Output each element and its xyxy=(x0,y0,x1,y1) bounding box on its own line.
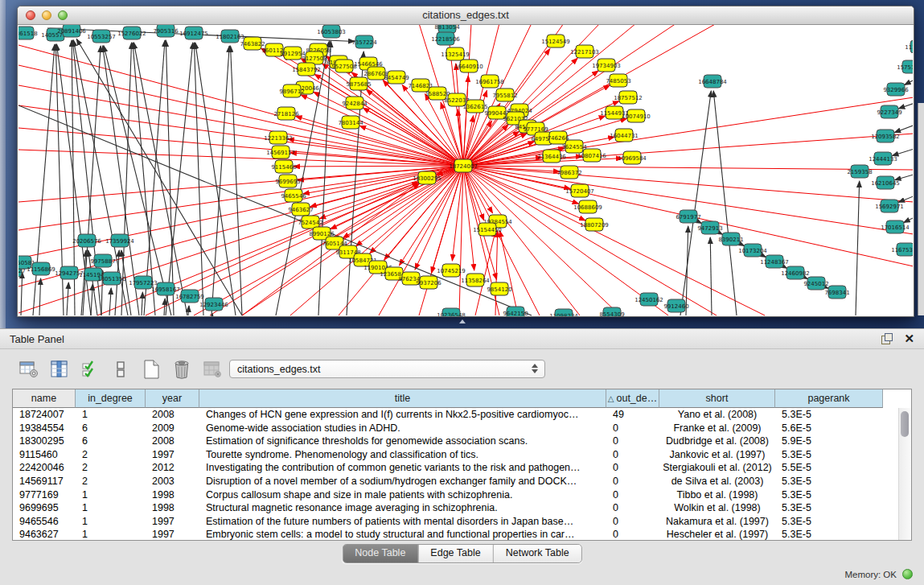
graph-edge[interactable] xyxy=(18,45,463,166)
table-cell[interactable]: 1998 xyxy=(146,501,199,515)
graph-edge[interactable] xyxy=(895,173,913,180)
graph-edge[interactable] xyxy=(195,43,236,315)
graph-edge[interactable] xyxy=(463,166,913,234)
column-header-name[interactable]: name xyxy=(13,389,76,408)
table-cell[interactable]: 2009 xyxy=(146,422,199,435)
graph-edge[interactable] xyxy=(294,166,463,167)
close-panel-icon[interactable]: ✕ xyxy=(904,333,914,344)
graph-node[interactable]: 10236548 xyxy=(437,308,466,316)
table-cell[interactable]: 0 xyxy=(606,435,659,448)
graph-node[interactable]: 7905316 xyxy=(153,25,179,37)
table-cell[interactable]: Hescheler et al. (1997) xyxy=(659,528,775,541)
graph-edge[interactable] xyxy=(500,231,518,315)
graph-node[interactable]: 9115460 xyxy=(271,160,296,173)
table-cell[interactable]: 0 xyxy=(606,528,659,541)
table-cell[interactable]: 0 xyxy=(606,475,659,488)
delete-table-button-disabled[interactable] xyxy=(201,359,223,380)
tab-node-table[interactable]: Node Table xyxy=(343,545,417,562)
table-cell[interactable]: 1997 xyxy=(146,515,199,529)
table-cell[interactable]: Dudbridge et al. (2008) xyxy=(659,435,775,448)
graph-node[interactable]: 16053803 xyxy=(317,25,346,38)
table-cell[interactable]: 5.3E-5 xyxy=(775,515,883,529)
table-cell[interactable]: 5.3E-5 xyxy=(775,528,883,541)
graph-edge[interactable] xyxy=(211,46,229,315)
select-column-button[interactable] xyxy=(48,359,70,380)
graph-edge[interactable] xyxy=(894,123,913,133)
graph-node[interactable]: 12444133 xyxy=(869,152,897,165)
table-cell[interactable]: 1 xyxy=(76,488,146,502)
table-cell[interactable]: Stergiakouli et al. (2012) xyxy=(659,461,775,475)
table-cell[interactable]: 5.3E-5 xyxy=(775,448,883,462)
column-header-year[interactable]: year xyxy=(146,389,199,408)
table-row[interactable]: 977716911998Corpus callosum shape and si… xyxy=(13,488,911,502)
tab-edge-table[interactable]: Edge Table xyxy=(417,545,492,562)
graph-edge[interactable] xyxy=(856,181,860,315)
graph-edge[interactable] xyxy=(144,40,165,315)
table-cell[interactable]: 19384554 xyxy=(13,422,76,435)
graph-node[interactable]: 9245012 xyxy=(803,277,828,290)
graph-node[interactable]: 12450162 xyxy=(634,293,663,306)
table-row[interactable]: 969969511998Structural magnetic resonanc… xyxy=(13,501,911,515)
graph-edge[interactable] xyxy=(194,43,203,315)
table-cell[interactable]: 9465546 xyxy=(13,515,76,529)
table-row[interactable]: 946362711997Embryonic stem cells: a mode… xyxy=(13,528,911,541)
table-cell[interactable]: 0 xyxy=(606,461,659,475)
graph-node[interactable]: 7357224 xyxy=(351,35,377,48)
graph-node[interactable]: 11172945 xyxy=(905,40,913,53)
table-cell[interactable]: 2012 xyxy=(146,461,199,475)
graph-node[interactable]: 12093582 xyxy=(871,130,900,142)
graph-node[interactable]: 11675333 xyxy=(891,243,913,256)
graph-node[interactable]: 9361518 xyxy=(18,27,38,39)
table-cell[interactable]: 0 xyxy=(606,501,659,515)
graph-edge[interactable] xyxy=(898,101,913,109)
table-cell[interactable]: 1 xyxy=(76,408,146,422)
graph-node[interactable]: 12460982 xyxy=(781,266,810,279)
table-cell[interactable]: 1 xyxy=(76,528,146,541)
table-row[interactable]: 2242004622012Investigating the contribut… xyxy=(13,461,911,475)
table-row[interactable]: 946554611997Estimation of the future num… xyxy=(13,515,911,529)
table-cell[interactable]: Changes of HCN gene expression and I(f) … xyxy=(199,408,606,422)
table-settings-button[interactable] xyxy=(18,359,39,380)
delete-rows-button[interactable] xyxy=(170,359,192,380)
table-cell[interactable]: 2008 xyxy=(146,408,199,422)
table-selector-dropdown[interactable]: citations_edges.txt xyxy=(229,360,545,378)
table-cell[interactable]: 9463627 xyxy=(13,528,76,541)
graph-edge[interactable] xyxy=(904,215,913,223)
graph-node[interactable]: 9463627 xyxy=(288,203,313,216)
graph-node[interactable]: 11098234 xyxy=(549,309,578,316)
table-cell[interactable]: Tibbo et al. (1998) xyxy=(659,488,775,502)
graph-edge[interactable] xyxy=(905,77,913,84)
table-row[interactable]: 1456911722003Disruption of a novel membe… xyxy=(13,475,911,488)
panel-splitter[interactable] xyxy=(456,318,469,326)
graph-node[interactable]: 9937206 xyxy=(416,276,441,289)
table-cell[interactable]: 1998 xyxy=(146,488,199,502)
graph-edge[interactable] xyxy=(475,231,495,315)
graph-edge[interactable] xyxy=(463,166,913,202)
graph-node[interactable]: 14569117 xyxy=(266,146,295,159)
graph-node[interactable]: 8390211 xyxy=(718,233,743,245)
graph-edge[interactable] xyxy=(164,299,165,315)
table-cell[interactable]: 1 xyxy=(76,515,146,529)
graph-node[interactable]: 15276022 xyxy=(117,27,146,39)
column-header-in_degree[interactable]: in_degree xyxy=(76,389,146,408)
table-cell[interactable]: 2 xyxy=(76,448,146,462)
graph-edge[interactable] xyxy=(379,166,463,315)
graph-node[interactable]: 5875685 xyxy=(346,77,371,90)
graph-node[interactable]: 7485053 xyxy=(606,74,630,87)
table-cell[interactable]: 1997 xyxy=(146,528,199,541)
graph-edge[interactable] xyxy=(67,282,68,315)
table-cell[interactable]: 2008 xyxy=(146,435,199,448)
table-cell[interactable]: Disruption of a novel member of a sodium… xyxy=(199,475,606,488)
graph-node[interactable]: 16640910 xyxy=(454,60,483,72)
table-cell[interactable]: Corpus callosum shape and size in male p… xyxy=(199,488,606,502)
graph-edge[interactable] xyxy=(188,306,189,315)
graph-edge[interactable] xyxy=(142,292,142,315)
graph-edge[interactable] xyxy=(456,64,463,166)
column-header-short[interactable]: short xyxy=(659,389,775,408)
graph-node[interactable]: 9642150 xyxy=(503,307,528,316)
table-cell[interactable]: 0 xyxy=(606,515,659,529)
graph-edge[interactable] xyxy=(21,272,23,315)
table-cell[interactable]: 49 xyxy=(606,408,659,422)
minimize-window-button[interactable] xyxy=(42,10,51,20)
graph-node[interactable]: 9912460 xyxy=(663,299,688,312)
